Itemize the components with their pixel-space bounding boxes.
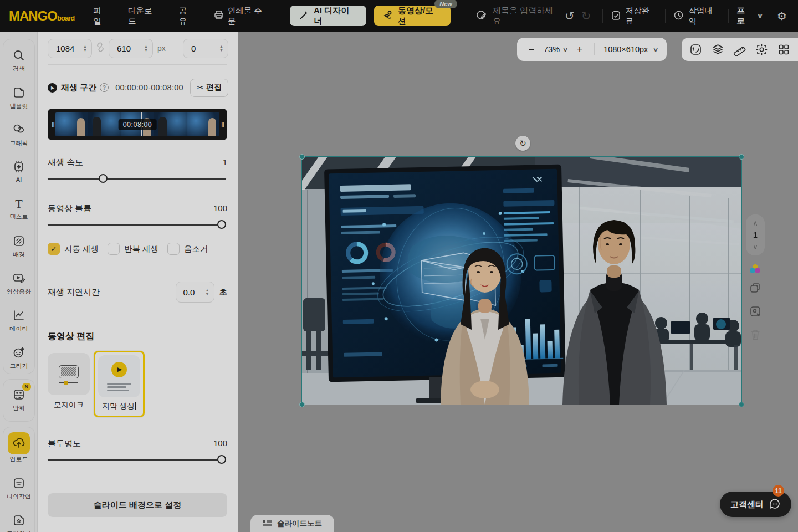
sidebar-item-upload[interactable]: 업로드 [0,432,38,463]
width-input[interactable]: 1084 ▲▼ [48,39,92,58]
plan-dropdown[interactable]: 프로 ∨ [736,6,763,27]
artboard-size-dropdown[interactable]: 1080×610px∨ [603,45,658,54]
selection-handle-bottom-right[interactable] [739,402,744,407]
header-divider [728,9,729,23]
help-question-icon[interactable]: ? [100,83,109,92]
element-quick-tools: ∧ 1 ∨ [746,214,765,343]
video-scene [302,157,741,405]
volume-label: 동영상 볼륨 [48,203,91,214]
grid-view-icon[interactable] [776,42,791,57]
selection-handle-top-left[interactable] [299,154,305,160]
menu-share[interactable]: 공유 [179,6,195,27]
menu-download[interactable]: 다운로드 [128,6,160,27]
checkbox-empty[interactable] [167,243,180,255]
sidebar-item-my-work[interactable]: 나의작업 [0,475,38,501]
volume-slider-knob[interactable] [217,220,226,229]
sidebar-item-graphic[interactable]: 그래픽 [0,121,38,147]
properties-panel: 1084 ▲▼ 610 ▲▼ px 0 ▲▼ ▶ 재생 구간 ? 00:00:0… [38,32,238,532]
redo-button[interactable]: ↻ [578,9,595,23]
video-timeline[interactable]: ‖ 00:08:00 ‖ [48,109,227,140]
video-edit-heading: 동영상 편집 [48,331,94,342]
rotate-handle[interactable]: ↻ [515,136,530,151]
checkbox-checked-icon[interactable]: ✓ [48,243,60,255]
notification-badge: 11 [773,485,784,497]
rotation-stepper[interactable]: ▲▼ [214,44,223,52]
layers-icon[interactable] [710,42,725,57]
volume-slider[interactable] [48,220,226,229]
width-stepper[interactable]: ▲▼ [78,44,87,52]
link-ratio-icon[interactable] [92,42,109,55]
sidebar-item-background[interactable]: 배경 [0,233,38,259]
sidebar-item-search[interactable]: 검색 [0,47,38,73]
sidebar-item-template[interactable]: 템플릿 [0,84,38,110]
sidebar-item-cartoon[interactable]: N 만화 [0,386,38,412]
play-circle-icon: ▶ [48,83,57,93]
history-button[interactable]: 작업내역 [673,6,720,27]
trim-handle-left[interactable]: ‖ [50,121,55,128]
page-down-icon[interactable]: ∨ [746,243,765,251]
menu-file[interactable]: 파일 [93,6,109,27]
checkbox-empty[interactable] [108,243,120,255]
delay-input[interactable]: 0.0 ▲▼ [176,282,214,303]
replace-image-icon[interactable] [746,305,765,320]
speed-slider[interactable] [48,174,226,183]
opacity-slider[interactable] [48,455,226,464]
selection-handle-bottom-left[interactable] [299,402,305,407]
n-badge: N [22,383,32,391]
zoom-out-button[interactable]: − [526,44,537,55]
menu-print-order[interactable]: 인쇄물 주문 [214,6,270,27]
wand-sparkle-icon [299,10,309,22]
page-panel-icon[interactable] [689,42,703,57]
set-slide-background-button[interactable]: 슬라이드 배경으로 설정 [48,493,227,517]
sidebar-item-draw[interactable]: 그리기 [0,344,38,370]
ai-designer-button[interactable]: AI 디자이너 [290,6,366,26]
save-status[interactable]: 저장완료 [611,6,658,27]
px-unit-label: px [157,44,166,53]
settings-gear-button[interactable]: ⚙ [777,9,787,23]
trim-handle-right[interactable]: ‖ [219,121,225,128]
brand-logo[interactable]: MANGOboard [9,8,74,24]
opacity-label: 불투명도 [48,438,81,449]
toolbar-divider [594,43,595,55]
play-range-value: 00:00:00-00:08:00 [115,83,183,92]
sidebar-item-data[interactable]: 데이터 [0,307,38,333]
sidebar-item-text[interactable]: T 텍스트 [0,196,38,221]
zoom-level-dropdown[interactable]: 73%∨ [544,45,567,54]
play-range-label: 재생 구간 [61,83,96,93]
checkbox-loop[interactable]: 반복 재생 [108,243,167,255]
selected-video-element[interactable] [302,157,741,405]
duplicate-icon[interactable] [746,282,765,296]
sidebar-item-ai[interactable]: AI [0,158,38,183]
focus-frame-icon[interactable] [755,42,769,57]
checkbox-mute[interactable]: 음소거 [167,243,227,255]
opacity-slider-knob[interactable] [217,455,226,464]
slide-note-tab[interactable]: 슬라이드노트 [250,515,334,532]
height-input[interactable]: 610 ▲▼ [109,39,153,58]
delete-trash-icon[interactable] [746,329,765,343]
trim-edit-button[interactable]: ✂ 편집 [190,79,228,97]
main-menu: 파일 다운로드 공유 인쇄물 주문 [93,6,270,27]
zoom-in-button[interactable]: + [574,44,585,55]
zoom-toolbar: − 73%∨ + 1080×610px∨ [517,38,667,61]
ruler-icon[interactable] [733,42,747,57]
sidebar-item-favorites[interactable]: 즐겨찾기 [0,512,38,532]
canvas-workspace[interactable]: − 73%∨ + 1080×610px∨ ↻ [238,32,798,532]
page-up-icon[interactable]: ∧ [746,219,765,227]
rotation-input[interactable]: 0 ▲▼ [183,39,228,58]
page-number: 1 [746,231,765,239]
selection-handle-top-right[interactable] [739,154,744,160]
document-title-input[interactable]: 제목을 입력하세요 [476,6,561,27]
subtitle-generate-button[interactable]: ▶ 자막 생성 [94,351,145,417]
my-work-icon [11,475,27,492]
opacity-value: 100 [213,438,227,449]
video-motion-button[interactable]: 동영상/모션 New [374,6,451,26]
mosaic-tool-button[interactable]: 모자이크 [48,353,90,410]
undo-button[interactable]: ↺ [561,9,578,23]
speed-slider-knob[interactable] [99,174,108,183]
top-bar: MANGOboard 파일 다운로드 공유 인쇄물 주문 AI 디자이너 동영상… [0,0,798,32]
color-palette-icon[interactable] [750,264,761,273]
delay-stepper[interactable]: ▲▼ [206,288,209,296]
checkbox-autoplay[interactable]: ✓ 자동 재생 [48,243,108,255]
sidebar-item-video-audio[interactable]: 영상음향 [0,270,38,296]
height-stepper[interactable]: ▲▼ [139,44,148,52]
